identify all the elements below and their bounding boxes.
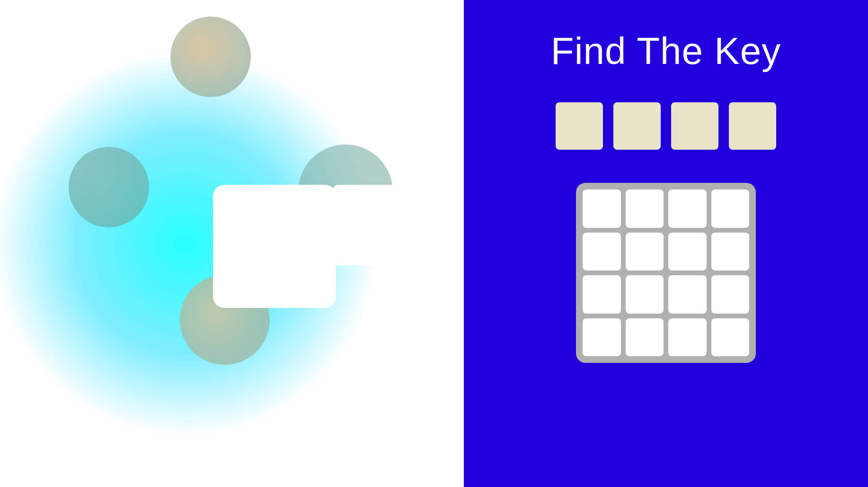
key-slot-3[interactable]: [671, 102, 718, 150]
grid-cell-0-1[interactable]: [626, 189, 664, 228]
grid-cell-3-1[interactable]: [626, 318, 664, 357]
circle-left: [69, 147, 149, 227]
right-panel: Find The Key: [464, 0, 868, 487]
grid-cell-2-3[interactable]: [711, 275, 750, 314]
white-rect-small: [331, 185, 421, 265]
grid-cell-2-2[interactable]: [668, 275, 707, 314]
white-rect-large: [213, 185, 336, 308]
grid-cell-3-0[interactable]: [583, 318, 621, 357]
grid-cell-1-2[interactable]: [668, 233, 707, 271]
app-layout: Find The Key: [0, 0, 868, 487]
grid-cell-2-1[interactable]: [626, 275, 664, 314]
grid-cell-2-0[interactable]: [583, 275, 621, 314]
game-title: Find The Key: [551, 28, 781, 74]
circle-top: [170, 17, 251, 97]
grid-cell-0-0[interactable]: [583, 189, 621, 228]
key-slot-4[interactable]: [729, 102, 776, 150]
key-slots-row: [556, 102, 776, 150]
grid-cell-1-3[interactable]: [711, 233, 750, 271]
grid-cell-3-2[interactable]: [668, 318, 707, 357]
grid-cell-1-0[interactable]: [583, 233, 621, 271]
game-grid: [576, 183, 756, 363]
left-panel: [0, 0, 464, 487]
key-slot-1[interactable]: [556, 102, 603, 150]
key-slot-2[interactable]: [613, 102, 661, 150]
grid-cell-0-2[interactable]: [668, 189, 707, 228]
grid-cell-3-3[interactable]: [711, 318, 750, 357]
grid-cell-1-1[interactable]: [626, 233, 664, 271]
grid-cell-0-3[interactable]: [711, 189, 750, 228]
